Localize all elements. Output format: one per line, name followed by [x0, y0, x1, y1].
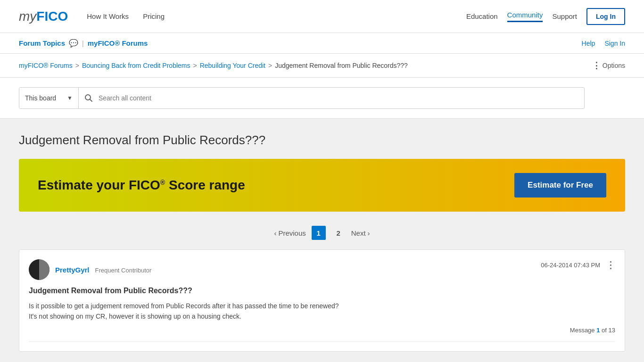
forum-topics-link[interactable]: Forum Topics [19, 39, 65, 47]
myforum-link[interactable]: myFICO® Forums [88, 39, 148, 47]
chat-icon: 💬 [69, 39, 78, 48]
banner-text: Estimate your FICO® Score range [38, 178, 245, 193]
author-details: PrettyGyrl Frequent Contributor [55, 266, 151, 274]
post-card: PrettyGyrl Frequent Contributor 06-24-20… [19, 249, 625, 352]
options-label: Options [603, 62, 625, 69]
breadcrumb-rebuilding[interactable]: Rebuilding Your Credit [200, 62, 265, 69]
message-label: Message 1 of 13 [570, 327, 615, 334]
next-page-link[interactable]: Next › [351, 229, 370, 237]
fico-estimate-banner: Estimate your FICO® Score range Estimate… [19, 159, 625, 212]
main-content: Judgement Removal from Public Records???… [0, 119, 644, 362]
post-author-info: PrettyGyrl Frequent Contributor [29, 259, 151, 280]
breadcrumb-home[interactable]: myFICO® Forums [19, 62, 73, 69]
breadcrumb-bouncing[interactable]: Bouncing Back from Credit Problems [82, 62, 190, 69]
sub-header-right: Help Sign In [582, 40, 625, 47]
nav-support[interactable]: Support [552, 12, 577, 20]
search-scope-select[interactable]: This board [25, 94, 64, 102]
main-nav: How It Works Pricing [87, 12, 165, 20]
next-label: Next [351, 229, 366, 237]
help-link[interactable]: Help [582, 40, 595, 47]
nav-pricing[interactable]: Pricing [143, 12, 165, 20]
breadcrumb-current: Judgement Removal from Public Records??? [275, 62, 408, 69]
search-bar-container: This board ▼ [0, 78, 644, 119]
search-icon [79, 94, 99, 102]
page-2-button[interactable]: 2 [331, 226, 346, 240]
search-scope-dropdown[interactable]: This board ▼ [19, 88, 79, 108]
avatar [29, 259, 50, 280]
svg-line-1 [90, 99, 92, 102]
author-name-link[interactable]: PrettyGyrl [55, 266, 90, 274]
nav-community[interactable]: Community [507, 11, 543, 22]
sign-in-link[interactable]: Sign In [604, 40, 625, 47]
post-title: Judgement Removal from Public Records??? [29, 287, 615, 295]
post-body-line1: Is it possible to get a judgement remove… [29, 301, 615, 311]
search-bar: This board ▼ [19, 87, 585, 109]
prev-page-link[interactable]: ‹ Previous [274, 229, 305, 237]
sub-header-separator: | [82, 40, 84, 47]
post-body-container: Judgement Removal from Public Records???… [29, 287, 615, 334]
page-1-button[interactable]: 1 [312, 226, 326, 240]
nav-how-it-works[interactable]: How It Works [87, 12, 129, 20]
author-role: Frequent Contributor [95, 267, 151, 274]
breadcrumb: myFICO® Forums > Bouncing Back from Cred… [19, 62, 408, 69]
breadcrumb-sep-3: > [268, 62, 272, 69]
banner-text-part1: Estimate your FICO [38, 178, 160, 192]
breadcrumb-sep-1: > [75, 62, 79, 69]
logo-fico: FICO [36, 9, 68, 24]
next-chevron-icon: › [368, 229, 370, 237]
message-total: 13 [609, 327, 615, 334]
prev-label: Previous [278, 229, 305, 237]
pagination: ‹ Previous 1 2 Next › [19, 226, 625, 240]
header-left: myFICO How It Works Pricing [19, 9, 165, 24]
estimate-free-button[interactable]: Estimate for Free [514, 173, 606, 197]
logo[interactable]: myFICO [19, 9, 68, 24]
logo-my: my [19, 9, 36, 24]
chevron-down-icon: ▼ [67, 95, 73, 101]
login-button[interactable]: Log In [586, 8, 625, 25]
header-right: Education Community Support Log In [466, 8, 625, 25]
message-of: of [602, 327, 608, 334]
sub-header: Forum Topics 💬 | myFICO® Forums Help Sig… [0, 33, 644, 54]
post-meta-right: 06-24-2014 07:43 PM ⋮ [541, 259, 615, 271]
options-dots-icon: ⋮ [592, 60, 601, 71]
post-header: PrettyGyrl Frequent Contributor 06-24-20… [29, 259, 615, 280]
post-divider [29, 341, 615, 342]
sub-header-left: Forum Topics 💬 | myFICO® Forums [19, 39, 148, 48]
site-header: myFICO How It Works Pricing Education Co… [0, 0, 644, 33]
post-body-line2: It's not showing on my CR, however it is… [29, 311, 615, 321]
message-count-row: Message 1 of 13 [29, 322, 615, 334]
page-title: Judgement Removal from Public Records??? [19, 133, 625, 148]
banner-text-part2: Score range [165, 178, 245, 192]
options-button[interactable]: ⋮ Options [592, 60, 625, 71]
breadcrumb-bar: myFICO® Forums > Bouncing Back from Cred… [0, 54, 644, 78]
prev-chevron-icon: ‹ [274, 229, 276, 237]
post-date: 06-24-2014 07:43 PM [541, 262, 600, 269]
message-num: 1 [596, 327, 600, 334]
banner-superscript: ® [160, 179, 165, 186]
post-options-button[interactable]: ⋮ [606, 259, 615, 271]
nav-education[interactable]: Education [466, 12, 498, 20]
breadcrumb-sep-2: > [193, 62, 197, 69]
search-input[interactable] [99, 88, 584, 108]
